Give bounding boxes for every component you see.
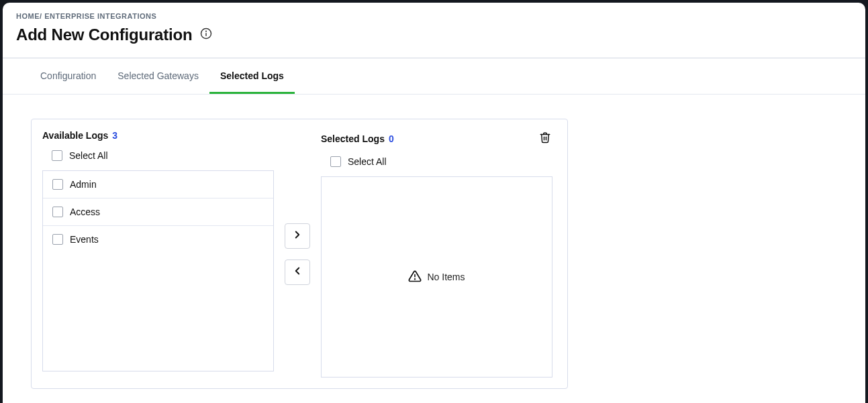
move-left-button[interactable] [285, 260, 310, 285]
available-logs-count: 3 [112, 130, 117, 141]
breadcrumb-separator: / [40, 12, 42, 20]
selected-logs-count: 0 [389, 133, 394, 144]
item-label: Admin [70, 179, 97, 190]
selected-logs-column: Selected Logs 0 [321, 130, 552, 378]
item-label: Events [70, 234, 99, 245]
breadcrumb: HOME/ ENTERPRISE INTEGRATIONS [3, 3, 865, 23]
selected-select-all-label: Select All [348, 156, 387, 167]
tabs: Configuration Selected Gateways Selected… [3, 58, 865, 95]
item-checkbox[interactable] [52, 234, 63, 245]
svg-point-4 [415, 278, 416, 279]
selected-select-all-checkbox[interactable] [330, 156, 341, 167]
page-title: Add New Configuration [16, 25, 192, 44]
available-logs-column: Available Logs 3 Select All Admin Access [42, 130, 274, 378]
svg-point-2 [206, 31, 207, 32]
selected-logs-title: Selected Logs [321, 133, 385, 144]
tab-selected-logs[interactable]: Selected Logs [209, 58, 295, 94]
selected-logs-list[interactable]: No Items [321, 176, 552, 378]
transfer-panel: Available Logs 3 Select All Admin Access [31, 119, 568, 389]
empty-text: No Items [427, 272, 465, 282]
move-right-button[interactable] [285, 223, 310, 249]
tab-configuration[interactable]: Configuration [30, 58, 107, 94]
available-logs-list[interactable]: Admin Access Events [42, 170, 274, 371]
breadcrumb-section[interactable]: ENTERPRISE INTEGRATIONS [44, 12, 156, 20]
info-icon[interactable] [200, 27, 212, 42]
breadcrumb-home[interactable]: HOME [16, 12, 40, 20]
list-item[interactable]: Admin [43, 171, 273, 198]
item-checkbox[interactable] [52, 179, 63, 190]
available-select-all-label: Select All [69, 150, 108, 161]
warning-icon [408, 270, 422, 285]
available-logs-title: Available Logs [42, 130, 108, 141]
list-item[interactable]: Events [43, 226, 273, 253]
transfer-buttons [285, 130, 310, 378]
trash-icon [539, 131, 551, 146]
list-item[interactable]: Access [43, 198, 273, 226]
item-label: Access [70, 207, 100, 217]
available-select-all-checkbox[interactable] [52, 150, 62, 161]
tab-selected-gateways[interactable]: Selected Gateways [107, 58, 209, 94]
chevron-left-icon [291, 265, 303, 279]
content-area: Available Logs 3 Select All Admin Access [3, 95, 865, 403]
clear-selected-button[interactable] [538, 130, 552, 147]
item-checkbox[interactable] [52, 207, 63, 217]
chevron-right-icon [291, 229, 303, 243]
